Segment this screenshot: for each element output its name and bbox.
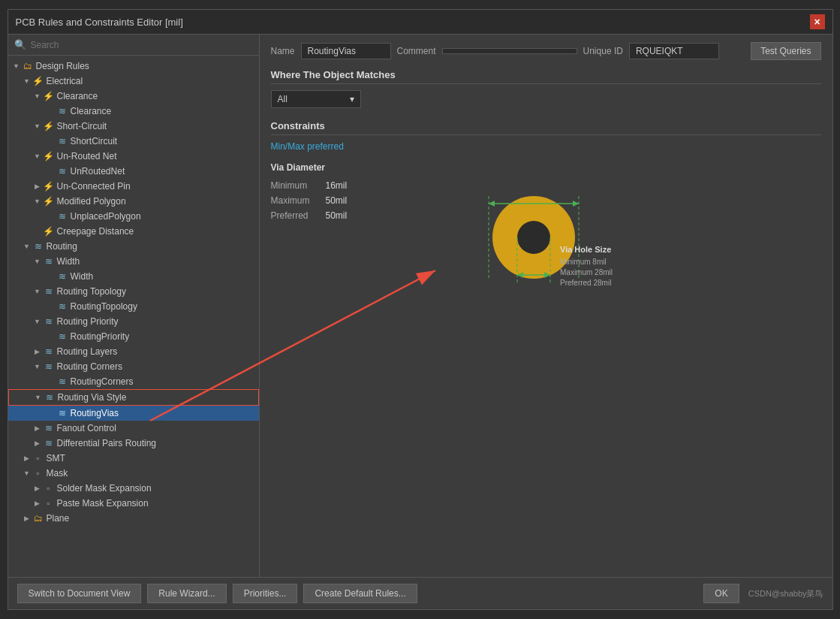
ok-button[interactable]: OK	[703, 584, 739, 603]
expand-icon[interactable]: ▼	[32, 121, 43, 131]
expand-icon[interactable]: ▶	[32, 181, 43, 192]
tree-item-routing-vias[interactable]: ▶ ≋ RoutingVias	[8, 406, 259, 421]
expand-icon[interactable]: ▶	[32, 483, 43, 494]
tree-item-unplaced-polygon[interactable]: ▶ ≋ UnplacedPolygon	[8, 209, 259, 224]
tree-item-modified-polygon[interactable]: ▼ ⚡ Modified Polygon	[8, 194, 259, 209]
rule-icon: ≋	[43, 255, 55, 267]
comment-value[interactable]	[442, 48, 577, 54]
tree-item-clearance[interactable]: ▶ ≋ Clearance	[8, 104, 259, 119]
expand-icon[interactable]: ▶	[22, 513, 32, 524]
expand-icon[interactable]: ▼	[32, 316, 43, 327]
search-bar: 🔍	[8, 35, 259, 56]
tree-label: Clearance	[71, 106, 112, 116]
tree-item-plane[interactable]: ▶ 🗂 Plane	[8, 511, 259, 526]
via-inner-circle	[517, 221, 550, 254]
rule-wizard-button[interactable]: Rule Wizard...	[147, 584, 226, 603]
expand-icon[interactable]: ▼	[22, 241, 32, 252]
tree-item-design-rules[interactable]: ▼ 🗂 Design Rules	[8, 59, 259, 74]
via-diameter-max-label: Maximum	[271, 195, 320, 206]
tree-label: Routing Via Style	[58, 392, 127, 403]
tree-item-routing-corners-rule[interactable]: ▶ ≋ RoutingCorners	[8, 374, 259, 389]
tree-label: Paste Mask Expansion	[57, 498, 149, 509]
right-panel: Name RoutingVias Comment Unique ID RQUEI…	[260, 35, 832, 577]
rule-icon: ≋	[43, 422, 55, 434]
tree-label: ShortCircuit	[71, 136, 118, 146]
expand-icon[interactable]: ▼	[32, 286, 43, 297]
tree-item-routing-priority-rule[interactable]: ▶ ≋ RoutingPriority	[8, 329, 259, 344]
rule-icon: ▫	[43, 497, 55, 509]
rule-header: Name RoutingVias Comment Unique ID RQUEI…	[271, 42, 821, 60]
via-diagram: Via Hole Size Minimum 8mil Maximum 28mil…	[429, 162, 639, 313]
rule-icon: ≋	[44, 391, 56, 403]
tree-label: Modified Polygon	[57, 196, 126, 207]
expand-icon[interactable]: ▼	[22, 76, 32, 86]
priorities-button[interactable]: Priorities...	[233, 584, 298, 603]
tree-item-short-circuit-rule[interactable]: ▶ ≋ ShortCircuit	[8, 134, 259, 149]
rule-icon: ≋	[56, 407, 68, 419]
expand-icon[interactable]: ▼	[32, 91, 43, 101]
tree-item-creep-distance[interactable]: ▶ ⚡ Creepage Distance	[8, 224, 259, 239]
tree-item-routing-priority[interactable]: ▼ ≋ Routing Priority	[8, 314, 259, 329]
tree-item-paste-mask[interactable]: ▶ ▫ Paste Mask Expansion	[8, 496, 259, 511]
tree-item-un-connected-pin[interactable]: ▶ ⚡ Un-Connected Pin	[8, 179, 259, 194]
expand-icon[interactable]: ▶	[32, 498, 43, 509]
search-input[interactable]	[31, 40, 253, 50]
name-value[interactable]: RoutingVias	[301, 43, 391, 59]
close-button[interactable]: ×	[810, 14, 825, 29]
tree-label: Solder Mask Expansion	[57, 483, 152, 494]
where-value: All	[278, 94, 288, 104]
expand-icon[interactable]: ▼	[11, 61, 22, 71]
expand-icon[interactable]: ▶	[32, 346, 43, 357]
tree-item-short-circuit[interactable]: ▼ ⚡ Short-Circuit	[8, 119, 259, 134]
tree-label: Un-Routed Net	[57, 151, 117, 162]
tree-item-routing-corners[interactable]: ▼ ≋ Routing Corners	[8, 359, 259, 374]
create-defaults-button[interactable]: Create Default Rules...	[303, 584, 417, 603]
tree-item-clearance-group[interactable]: ▼ ⚡ Clearance	[8, 89, 259, 104]
tree-item-routing-topology[interactable]: ▼ ≋ Routing Topology	[8, 284, 259, 299]
tree-item-diff-pairs[interactable]: ▶ ≋ Differential Pairs Routing	[8, 436, 259, 451]
name-label: Name	[271, 46, 295, 56]
tree-item-un-routed-rule[interactable]: ▶ ≋ UnRoutedNet	[8, 164, 259, 179]
via-diameter-min-value: 16mil	[326, 180, 348, 191]
switch-view-button[interactable]: Switch to Document View	[17, 584, 142, 603]
expand-icon[interactable]: ▼	[32, 196, 43, 207]
tree-label: Short-Circuit	[57, 121, 107, 131]
expand-icon[interactable]: ▶	[32, 423, 43, 433]
unique-id-label: Unique ID	[583, 46, 623, 56]
expand-icon[interactable]: ▼	[32, 361, 43, 372]
expand-icon[interactable]: ▼	[32, 151, 43, 162]
tree-item-un-routed-net[interactable]: ▼ ⚡ Un-Routed Net	[8, 149, 259, 164]
via-diagram-area: Via Diameter Minimum 16mil Maximum 50mil…	[271, 162, 821, 313]
expand-icon[interactable]: ▼	[32, 256, 43, 267]
tree-item-width-group[interactable]: ▼ ≋ Width	[8, 254, 259, 269]
tree-item-routing-topology-rule[interactable]: ▶ ≋ RoutingTopology	[8, 299, 259, 314]
tree-item-routing[interactable]: ▼ ≋ Routing	[8, 239, 259, 254]
tree-item-routing-layers[interactable]: ▶ ≋ Routing Layers	[8, 344, 259, 359]
via-diameter-min-label: Minimum	[271, 180, 320, 191]
where-dropdown[interactable]: All ▾	[271, 90, 361, 108]
expand-icon[interactable]: ▶	[22, 453, 32, 463]
expand-icon[interactable]: ▶	[32, 438, 43, 448]
tree-item-solder-mask[interactable]: ▶ ▫ Solder Mask Expansion	[8, 481, 259, 496]
tree-item-routing-via-style[interactable]: ▼ ≋ Routing Via Style	[8, 389, 259, 406]
tree-label: RoutingPriority	[71, 331, 130, 342]
tree-label: Clearance	[57, 91, 98, 101]
via-diameter-title: Via Diameter	[271, 162, 406, 173]
tree-item-fanout-control[interactable]: ▶ ≋ Fanout Control	[8, 421, 259, 436]
tree-item-mask[interactable]: ▼ ▫ Mask	[8, 466, 259, 481]
test-queries-button[interactable]: Test Queries	[751, 42, 820, 60]
bottom-bar: Switch to Document View Rule Wizard... P…	[8, 577, 832, 609]
tree-item-smt[interactable]: ▶ ▫ SMT	[8, 451, 259, 466]
tree-label: Creepage Distance	[57, 226, 134, 237]
via-hole-max-text: Maximum 28mil	[560, 268, 613, 276]
tree-item-width-rule[interactable]: ▶ ≋ Width	[8, 269, 259, 284]
tree-label: Routing Priority	[57, 316, 119, 327]
rule-icon: ≋	[56, 376, 68, 388]
rule-icon: ⚡	[43, 195, 55, 207]
expand-icon[interactable]: ▼	[22, 468, 32, 479]
expand-icon[interactable]: ▼	[33, 392, 44, 403]
main-window: PCB Rules and Constraints Editor [mil] ×…	[8, 9, 833, 610]
tree-item-electrical[interactable]: ▼ ⚡ Electrical	[8, 74, 259, 89]
via-diameter-pref-value: 50mil	[326, 210, 348, 221]
rule-icon: ⚡	[43, 180, 55, 192]
